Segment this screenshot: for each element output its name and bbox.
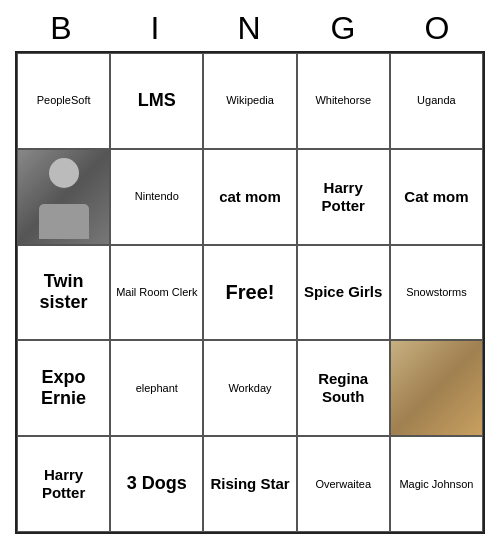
cell-4-3: Overwaitea — [297, 436, 390, 532]
cell-3-1: elephant — [110, 340, 203, 436]
cell-2-3: Spice Girls — [297, 245, 390, 341]
cell-0-2: Wikipedia — [203, 53, 296, 149]
bingo-header: B I N G O — [15, 10, 485, 47]
letter-i: I — [112, 10, 200, 47]
cell-2-4: Snowstorms — [390, 245, 483, 341]
cell-0-0: PeopleSoft — [17, 53, 110, 149]
cell-3-2: Workday — [203, 340, 296, 436]
man-image — [18, 150, 109, 244]
cell-0-3: Whitehorse — [297, 53, 390, 149]
cell-0-1: LMS — [110, 53, 203, 149]
cell-1-2: cat mom — [203, 149, 296, 245]
cell-4-4: Magic Johnson — [390, 436, 483, 532]
cell-3-3: Regina South — [297, 340, 390, 436]
cell-1-3: Harry Potter — [297, 149, 390, 245]
cell-1-0 — [17, 149, 110, 245]
bingo-grid: PeopleSoft LMS Wikipedia Whitehorse Ugan… — [15, 51, 485, 534]
cell-1-1: Nintendo — [110, 149, 203, 245]
cell-3-4 — [390, 340, 483, 436]
letter-g: G — [300, 10, 388, 47]
letter-o: O — [394, 10, 482, 47]
cell-3-0: Expo Ernie — [17, 340, 110, 436]
cell-1-4: Cat mom — [390, 149, 483, 245]
cell-2-1: Mail Room Clerk — [110, 245, 203, 341]
letter-n: N — [206, 10, 294, 47]
cell-2-2-free: Free! — [203, 245, 296, 341]
cell-4-0: Harry Potter — [17, 436, 110, 532]
cell-2-0: Twin sister — [17, 245, 110, 341]
cell-4-2: Rising Star — [203, 436, 296, 532]
cell-0-4: Uganda — [390, 53, 483, 149]
mummy-image — [391, 341, 482, 435]
cell-4-1: 3 Dogs — [110, 436, 203, 532]
letter-b: B — [18, 10, 106, 47]
